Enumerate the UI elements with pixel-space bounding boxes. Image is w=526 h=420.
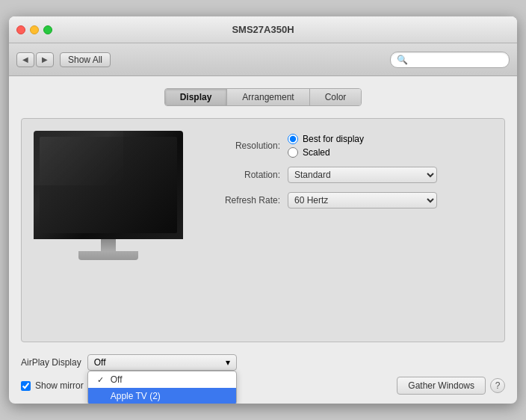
- dropdown-item-appletv[interactable]: Apple TV (2): [88, 388, 236, 404]
- refresh-label: Refresh Rate:: [198, 195, 280, 206]
- tab-arrangement[interactable]: Arrangement: [227, 89, 309, 105]
- scaled-label: Scaled: [303, 147, 330, 158]
- gather-windows-button[interactable]: Gather Windows: [397, 377, 486, 395]
- dropdown-item-off[interactable]: ✓ Off: [88, 371, 236, 388]
- back-button[interactable]: ◀: [16, 52, 34, 67]
- refresh-row: Refresh Rate: 60 Hertz: [198, 192, 492, 209]
- monitor-base: [34, 239, 183, 260]
- toolbar: ◀ ▶ Show All 🔍: [9, 43, 517, 76]
- search-box: 🔍: [390, 52, 510, 68]
- monitor-foot: [78, 251, 138, 260]
- traffic-lights: [16, 25, 52, 34]
- dropdown-current-value: Off: [94, 357, 106, 368]
- resolution-options: Best for display Scaled: [288, 134, 364, 158]
- monitor-neck: [101, 239, 116, 251]
- search-input[interactable]: [411, 55, 503, 65]
- bottom-section: AirPlay Display Off ▾ ✓ Off Apple TV (2): [9, 354, 517, 404]
- airplay-row: AirPlay Display Off ▾ ✓ Off Apple TV (2): [21, 354, 505, 371]
- best-label: Best for display: [303, 134, 364, 144]
- forward-button[interactable]: ▶: [36, 52, 54, 67]
- refresh-select[interactable]: 60 Hertz: [288, 192, 437, 209]
- mirror-checkbox[interactable]: [21, 381, 31, 391]
- airplay-dropdown-button[interactable]: Off ▾: [87, 354, 237, 371]
- airplay-dropdown-container: Off ▾ ✓ Off Apple TV (2): [87, 354, 237, 371]
- airplay-label: AirPlay Display: [21, 357, 81, 368]
- check-icon: ✓: [97, 375, 106, 385]
- tab-bar: Display Arrangement Color: [21, 88, 505, 106]
- nav-buttons: ◀ ▶: [16, 52, 54, 67]
- maximize-button[interactable]: [43, 25, 52, 34]
- rotation-select[interactable]: Standard: [288, 167, 437, 183]
- display-settings: Resolution: Best for display Scaled: [198, 131, 492, 217]
- window-title: SMS27A350H: [232, 24, 294, 35]
- best-radio[interactable]: [288, 134, 298, 144]
- titlebar: SMS27A350H: [9, 16, 517, 43]
- rotation-row: Rotation: Standard: [198, 167, 492, 183]
- main-window: SMS27A350H ◀ ▶ Show All 🔍 Display Arrang…: [9, 16, 517, 404]
- display-panel: Resolution: Best for display Scaled: [21, 118, 505, 342]
- airplay-dropdown-menu: ✓ Off Apple TV (2): [87, 371, 237, 404]
- resolution-row: Resolution: Best for display Scaled: [198, 134, 492, 158]
- best-for-display-option[interactable]: Best for display: [288, 134, 364, 144]
- help-button[interactable]: ?: [490, 378, 505, 393]
- dropdown-arrow-icon: ▾: [226, 357, 230, 368]
- scaled-option[interactable]: Scaled: [288, 147, 364, 158]
- tab-group: Display Arrangement Color: [164, 88, 362, 106]
- content-area: Display Arrangement Color Resolution:: [9, 76, 517, 354]
- resolution-label: Resolution:: [198, 140, 280, 151]
- tab-display[interactable]: Display: [165, 89, 228, 105]
- rotation-label: Rotation:: [198, 170, 280, 180]
- search-icon: 🔍: [397, 55, 408, 65]
- tab-color[interactable]: Color: [310, 89, 362, 105]
- dropdown-appletv-label: Apple TV (2): [111, 391, 161, 401]
- close-button[interactable]: [16, 25, 25, 34]
- mirror-label: Show mirror: [35, 380, 84, 391]
- dropdown-off-label: Off: [111, 374, 123, 385]
- show-all-button[interactable]: Show All: [60, 52, 111, 67]
- monitor-screen: [34, 131, 183, 239]
- scaled-radio[interactable]: [288, 147, 298, 158]
- minimize-button[interactable]: [30, 25, 39, 34]
- monitor-illustration: [34, 131, 183, 260]
